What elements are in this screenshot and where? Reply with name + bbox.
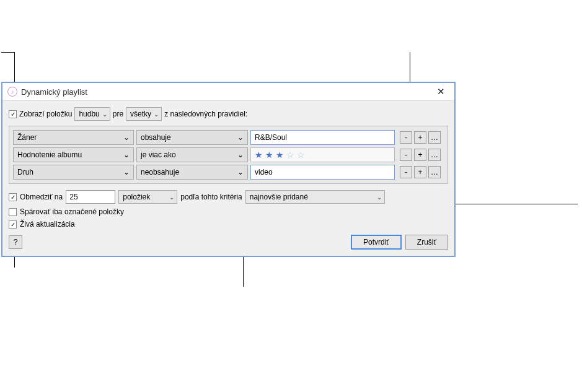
rule-field-select[interactable]: Žáner ⌄	[13, 130, 134, 145]
live-update-row: Živá aktualizácia	[9, 220, 448, 229]
rule-operator-select[interactable]: je viac ako ⌄	[136, 147, 248, 162]
window-title: Dynamický playlist	[21, 87, 432, 97]
add-rule-button[interactable]: +	[414, 131, 426, 144]
chevron-down-icon: ⌄	[123, 150, 130, 159]
ok-button[interactable]: Potvrdiť	[351, 235, 402, 250]
chevron-down-icon: ⌄	[237, 168, 244, 176]
star-empty-icon: ☆	[286, 150, 296, 160]
chevron-down-icon: ⌄	[154, 111, 159, 118]
more-rule-button[interactable]: …	[428, 131, 441, 144]
star-icon: ★	[276, 150, 285, 160]
live-update-checkbox[interactable]	[9, 220, 17, 229]
rule-operator-select[interactable]: neobsahuje ⌄	[136, 165, 248, 180]
remove-rule-button[interactable]: -	[400, 166, 412, 178]
limit-checkbox[interactable]	[9, 193, 17, 201]
add-rule-button[interactable]: +	[414, 149, 426, 161]
limit-unit-select[interactable]: položiek ⌄	[118, 190, 177, 204]
playlist-icon	[7, 87, 17, 97]
match-checkbox[interactable]	[9, 110, 17, 118]
rating-input[interactable]: ★ ★ ★ ☆ ☆	[250, 147, 395, 162]
rule-row: Hodnotenie albumu ⌄ je viac ako ⌄ ★ ★ ★ …	[13, 147, 444, 162]
help-button[interactable]: ?	[9, 235, 22, 249]
match-suffix: z nasledovných pravidiel:	[164, 110, 247, 118]
bottom-button-row: ? Potvrdiť Zrušiť	[9, 235, 448, 250]
limit-count-input[interactable]	[66, 190, 115, 204]
rule-field-select[interactable]: Druh ⌄	[13, 165, 134, 180]
options: Obmedziť na položiek ⌄ podľa tohto krité…	[9, 190, 448, 229]
chevron-down-icon: ⌄	[377, 194, 382, 201]
chevron-down-icon: ⌄	[237, 150, 244, 159]
media-select[interactable]: hudbu ⌄	[74, 107, 110, 121]
more-rule-button[interactable]: …	[428, 149, 441, 161]
add-rule-button[interactable]: +	[414, 166, 426, 178]
star-icon: ★	[255, 150, 264, 160]
match-for: pre	[113, 110, 123, 118]
more-rule-button[interactable]: …	[428, 166, 441, 178]
dialog-window: Dynamický playlist ✕ Zobrazí položku hud…	[1, 82, 456, 257]
match-only-label: Spárovať iba označené položky	[20, 207, 124, 216]
star-empty-icon: ☆	[297, 150, 306, 160]
cancel-button[interactable]: Zrušiť	[405, 235, 448, 250]
remove-rule-button[interactable]: -	[400, 131, 412, 144]
titlebar: Dynamický playlist ✕	[2, 83, 454, 101]
chevron-down-icon: ⌄	[237, 133, 244, 142]
limit-row: Obmedziť na položiek ⌄ podľa tohto krité…	[9, 190, 448, 204]
rules-container: Žáner ⌄ obsahuje ⌄ - + … Hodnotenie albu…	[9, 126, 448, 184]
rule-value-input[interactable]	[250, 130, 395, 145]
limit-by-label: podľa tohto kritéria	[180, 193, 242, 201]
remove-rule-button[interactable]: -	[400, 149, 412, 161]
match-prefix: Zobrazí položku	[19, 110, 72, 118]
scope-select[interactable]: všetky ⌄	[126, 107, 162, 121]
limit-label: Obmedziť na	[20, 193, 63, 201]
dialog-content: Zobrazí položku hudbu ⌄ pre všetky ⌄ z n…	[2, 101, 454, 256]
close-button[interactable]: ✕	[432, 86, 449, 97]
rule-value-input[interactable]	[250, 165, 395, 180]
chevron-down-icon: ⌄	[123, 168, 130, 176]
star-icon: ★	[265, 150, 275, 160]
rule-row: Žáner ⌄ obsahuje ⌄ - + …	[13, 130, 444, 145]
rule-row: Druh ⌄ neobsahuje ⌄ - + …	[13, 165, 444, 180]
limit-criteria-select[interactable]: najnovšie pridané ⌄	[245, 190, 385, 204]
chevron-down-icon: ⌄	[169, 194, 174, 201]
match-line: Zobrazí položku hudbu ⌄ pre všetky ⌄ z n…	[9, 107, 448, 121]
rule-field-select[interactable]: Hodnotenie albumu ⌄	[13, 147, 134, 162]
rule-operator-select[interactable]: obsahuje ⌄	[136, 130, 248, 145]
match-only-checkbox[interactable]	[9, 208, 17, 216]
live-update-label: Živá aktualizácia	[20, 220, 75, 229]
chevron-down-icon: ⌄	[102, 111, 107, 118]
match-only-row: Spárovať iba označené položky	[9, 207, 448, 216]
chevron-down-icon: ⌄	[123, 133, 130, 142]
